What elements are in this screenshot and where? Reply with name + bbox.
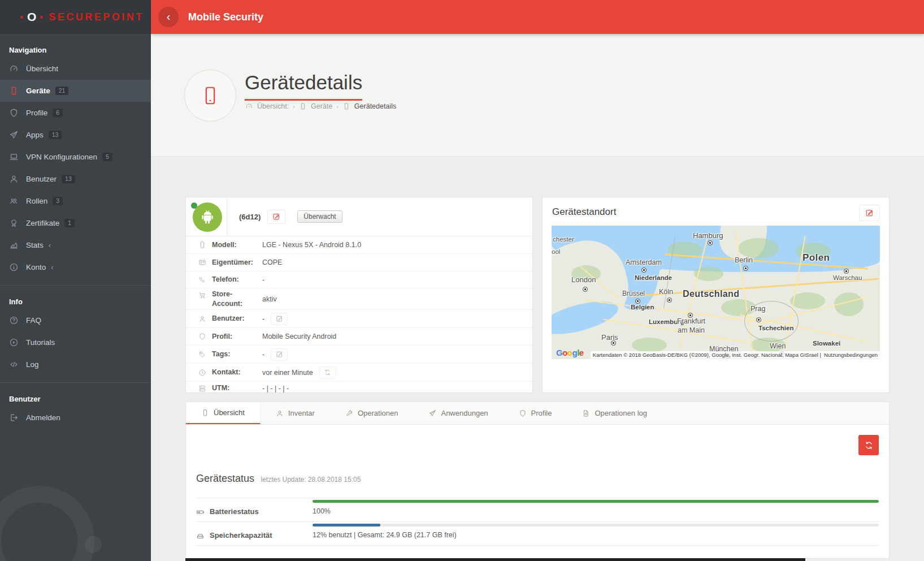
breadcrumb: Übersicht: › Geräte › Gerätedetails xyxy=(245,102,396,110)
phone-icon xyxy=(199,85,221,106)
google-map[interactable]: chester ool Hamburg Amsterdam Niederland… xyxy=(552,226,880,359)
back-button[interactable]: ‹ xyxy=(158,7,179,27)
chevron-left-icon: ‹ xyxy=(49,241,51,249)
battery-value: 100% xyxy=(313,507,879,515)
map-label: London xyxy=(571,275,596,284)
certificate-icon xyxy=(9,218,19,228)
map-label: Köln xyxy=(659,288,673,296)
edit-location-button[interactable] xyxy=(859,205,880,221)
google-logo[interactable]: Google xyxy=(556,348,584,357)
device-info-card: (6d12) Überwacht Modell: LGE - Nexus 5X … xyxy=(185,197,533,393)
sidebar-item-abmelden[interactable]: Abmelden xyxy=(0,407,151,429)
pencil-square-icon xyxy=(276,315,283,322)
bottom-dark-strip xyxy=(185,558,805,561)
logo-dot xyxy=(20,16,23,19)
device-row-kontakt: Kontakt: vor einer Minute xyxy=(186,364,532,382)
laptop-icon xyxy=(9,152,19,162)
server-icon xyxy=(198,385,206,392)
brand-watermark-dot xyxy=(85,536,102,553)
tab-operationen-log[interactable]: Operationen log xyxy=(567,402,662,424)
sidebar-item-zertifikate[interactable]: Zertifikate 1 xyxy=(0,212,151,234)
battery-icon xyxy=(196,508,205,516)
code-icon xyxy=(9,360,19,369)
monitored-badge: Überwacht xyxy=(297,210,342,223)
battery-label: Batteriestatus xyxy=(210,507,259,516)
tab-anwendungen[interactable]: Anwendungen xyxy=(413,402,503,424)
phone-icon xyxy=(9,86,19,96)
tab-profile[interactable]: Profile xyxy=(504,402,567,424)
status-title: Gerätestatus xyxy=(196,473,254,484)
edit-tags-button[interactable] xyxy=(271,348,288,361)
shield-icon xyxy=(519,409,527,417)
sidebar-item-log[interactable]: Log xyxy=(0,353,151,376)
logo-text: SECUREPOINT xyxy=(49,11,144,23)
device-row-profil: Profil: Mobile Security Android xyxy=(186,328,532,346)
map-label: Berlin xyxy=(735,256,753,264)
tab-inventar[interactable]: Inventar xyxy=(261,402,330,424)
sidebar-item-stats[interactable]: Stats ‹ xyxy=(0,234,151,256)
phone-icon xyxy=(299,102,307,110)
sidebar-item-tutorials[interactable]: Tutorials xyxy=(0,331,151,353)
sidebar-item-vpn[interactable]: VPN Konfigurationen 5 xyxy=(0,146,151,168)
breadcrumb-uebersicht[interactable]: Übersicht: xyxy=(257,102,289,110)
edit-benutzer-button[interactable] xyxy=(271,313,288,325)
shield-icon xyxy=(198,333,206,340)
device-row-store-account: Store-Account: aktiv xyxy=(186,288,532,310)
device-row-telefon: Telefon: - xyxy=(186,271,532,288)
question-icon xyxy=(9,316,19,325)
map-label: chester xyxy=(553,236,574,243)
sidebar-section-navigation: Navigation xyxy=(0,34,151,58)
gauge-icon xyxy=(9,64,19,74)
status-table: Batteriestatus 100% Speicherkapazität xyxy=(196,498,879,546)
breadcrumb-geraetedetails: Gerätedetails xyxy=(354,102,396,110)
sidebar-item-geraete[interactable]: Geräte 21 xyxy=(0,80,151,102)
map-label: Brüssel xyxy=(622,290,645,297)
battery-progress-fill xyxy=(313,500,879,503)
user-icon xyxy=(9,174,19,184)
chevron-left-icon: ‹ xyxy=(51,263,53,271)
tag-icon xyxy=(198,351,206,359)
map-marker xyxy=(756,317,761,322)
battery-progress-track xyxy=(313,500,879,503)
breadcrumb-geraete[interactable]: Geräte xyxy=(311,102,332,110)
phone-icon xyxy=(198,241,206,249)
refresh-kontakt-button[interactable] xyxy=(319,366,336,379)
map-label: Paris xyxy=(601,333,618,342)
count-badge: 3 xyxy=(53,197,63,205)
breadcrumb-separator: › xyxy=(336,103,339,110)
refresh-status-button[interactable] xyxy=(858,435,879,455)
topbar: ‹ Mobile Security xyxy=(151,0,924,34)
edit-device-name-button[interactable] xyxy=(267,210,285,224)
device-location-card: Gerätestandort xyxy=(542,197,890,393)
phone-icon xyxy=(201,409,209,417)
map-label: Tschechien xyxy=(758,325,793,331)
online-status-dot xyxy=(191,202,197,209)
sidebar-item-apps[interactable]: Apps 13 xyxy=(0,124,151,146)
sidebar-item-konto[interactable]: Konto ‹ xyxy=(0,256,151,278)
storage-progress-fill xyxy=(313,524,380,527)
breadcrumb-separator: › xyxy=(293,103,295,110)
sidebar-item-uebersicht[interactable]: Übersicht xyxy=(0,58,151,80)
sidebar: O SECUREPOINT Navigation Übersicht Gerät… xyxy=(0,0,151,561)
sidebar-item-benutzer[interactable]: Benutzer 13 xyxy=(0,168,151,190)
map-label: Niederlande xyxy=(635,274,672,281)
map-marker xyxy=(667,297,672,303)
device-row-modell: Modell: LGE - Nexus 5X - Android 8.1.0 xyxy=(186,236,532,254)
sidebar-item-profile[interactable]: Profile 6 xyxy=(0,102,151,124)
play-circle-icon xyxy=(9,338,19,347)
phone-icon xyxy=(342,102,350,110)
device-id: (6d12) xyxy=(239,213,261,221)
pencil-square-icon xyxy=(865,209,874,217)
wrench-icon xyxy=(345,409,353,417)
app-title: Mobile Security xyxy=(188,11,263,23)
storage-progress-track xyxy=(313,524,879,527)
tab-operationen[interactable]: Operationen xyxy=(330,402,414,424)
tab-uebersicht[interactable]: Übersicht xyxy=(186,402,261,424)
cart-icon xyxy=(198,291,206,299)
sidebar-item-faq[interactable]: FAQ xyxy=(0,309,151,331)
shield-icon xyxy=(9,108,19,118)
map-label: Warschau xyxy=(833,274,862,281)
terms-link[interactable]: Nutzungsbedingungen xyxy=(824,352,878,358)
sidebar-item-rollen[interactable]: Rollen 3 xyxy=(0,190,151,212)
logout-icon xyxy=(9,413,19,422)
